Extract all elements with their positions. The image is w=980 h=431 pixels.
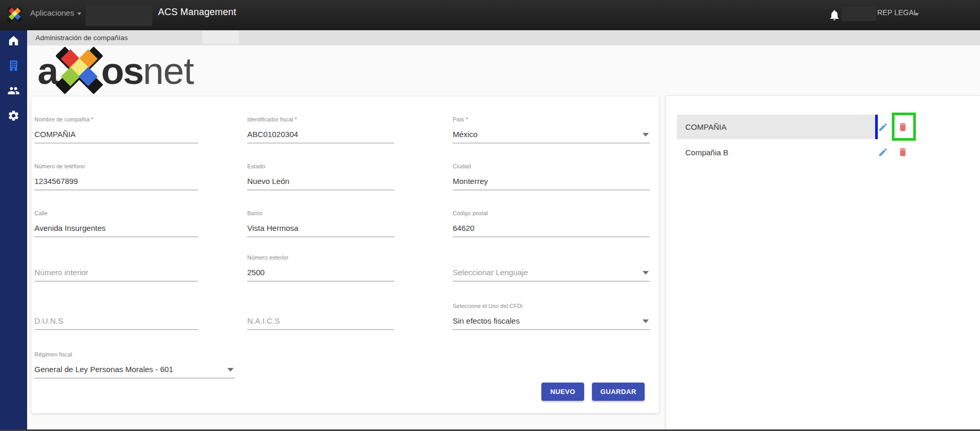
country-value: México xyxy=(453,130,478,139)
postal-code-label: Código postal xyxy=(453,210,488,216)
language-placeholder: Seleccionar Lenguaje xyxy=(453,268,528,277)
company-form-card: Nombre de compañía * COMPAÑIA Identifica… xyxy=(31,96,659,413)
company-name-text: COMPAÑIA xyxy=(685,115,727,139)
exterior-number-label: Número exterior xyxy=(247,254,288,261)
user-menu-label[interactable]: REP LEGAL xyxy=(877,8,918,17)
logo-text-a: a xyxy=(38,48,57,94)
duns-placeholder: D.U.N.S xyxy=(34,316,63,325)
people-icon[interactable] xyxy=(7,84,20,97)
neighborhood-label: Barrio xyxy=(247,210,262,216)
cfdi-use-select[interactable]: Seleccione el Uso del CFDi Sin efectos f… xyxy=(453,303,650,330)
applications-menu[interactable]: Aplicaciones xyxy=(30,8,81,17)
country-label: País * xyxy=(453,116,468,122)
interior-number-field[interactable]: Número interior xyxy=(34,254,198,281)
left-nav-sidebar xyxy=(0,30,27,431)
company-list-item[interactable]: Compañia B xyxy=(677,140,875,165)
duns-field[interactable]: D.U.N.S xyxy=(34,303,198,330)
breadcrumb: Administración de compañías xyxy=(35,34,128,42)
gear-icon[interactable] xyxy=(7,109,20,122)
exterior-number-value: 2500 xyxy=(247,268,264,277)
company-name-field[interactable]: Nombre de compañía * COMPAÑIA xyxy=(34,116,198,143)
state-label: Estado xyxy=(247,163,265,169)
postal-code-value: 64620 xyxy=(453,224,475,232)
active-app-placeholder[interactable] xyxy=(86,4,152,26)
delete-trash-icon[interactable] xyxy=(898,147,908,157)
tax-id-value: ABC01020304 xyxy=(247,130,298,139)
edit-pencil-icon[interactable] xyxy=(878,147,888,157)
company-name-label: Nombre de compañía * xyxy=(34,116,93,122)
page-title: ACS Management xyxy=(158,7,236,18)
tax-id-label: Identificador fiscal * xyxy=(247,116,297,122)
neighborhood-value: Vista Hermosa xyxy=(247,224,298,232)
breadcrumb-bar: Administración de compañías xyxy=(27,30,980,45)
tax-regime-label: Régimen fiscal xyxy=(34,351,72,358)
tax-regime-select[interactable]: Régimen fiscal General de Ley Personas M… xyxy=(34,351,235,378)
cfdi-use-label: Seleccione el Uso del CFDi xyxy=(453,303,523,309)
logo-text-net: net xyxy=(143,48,193,94)
exterior-number-field[interactable]: Número exterior 2500 xyxy=(247,254,394,281)
street-value: Avenida Insurgentes xyxy=(34,224,106,232)
neighborhood-field[interactable]: Barrio Vista Hermosa xyxy=(247,210,394,237)
state-value: Nuevo León xyxy=(247,177,289,186)
save-button[interactable]: GUARDAR xyxy=(592,383,645,401)
chevron-down-icon xyxy=(643,319,649,323)
user-avatar-placeholder[interactable] xyxy=(842,7,876,21)
street-field[interactable]: Calle Avenida Insurgentes xyxy=(34,210,198,237)
applications-menu-label: Aplicaciones xyxy=(30,8,74,17)
chevron-down-icon[interactable] xyxy=(915,13,919,16)
edit-pencil-icon[interactable] xyxy=(878,122,888,132)
company-list-item[interactable]: COMPAÑIA xyxy=(677,115,875,139)
postal-code-field[interactable]: Código postal 64620 xyxy=(453,210,650,237)
breadcrumb-placeholder xyxy=(202,31,239,44)
top-app-bar: Aplicaciones ACS Management REP LEGAL xyxy=(0,0,980,30)
cfdi-use-value: Sin efectos fiscales xyxy=(453,316,519,325)
highlight-box xyxy=(892,113,916,141)
new-button[interactable]: NUEVO xyxy=(541,383,584,401)
tax-id-field[interactable]: Identificador fiscal * ABC01020304 xyxy=(247,116,394,143)
building-icon[interactable] xyxy=(7,59,20,72)
company-name-text: Compañia B xyxy=(685,140,729,165)
naics-field[interactable]: N.A.I.C.S xyxy=(247,303,394,330)
chevron-down-icon xyxy=(77,13,81,15)
city-label: Ciudad xyxy=(453,163,471,169)
phone-value: 1234567899 xyxy=(34,177,78,186)
company-list-panel: COMPAÑIA Compañia B xyxy=(666,95,980,429)
axosnet-logo: a os net xyxy=(38,47,193,94)
home-icon[interactable] xyxy=(7,34,20,47)
state-field[interactable]: Estado Nuevo León xyxy=(247,163,394,190)
chevron-down-icon xyxy=(643,133,649,137)
city-value: Monterrey xyxy=(453,177,488,186)
tax-regime-value: General de Ley Personas Morales - 601 xyxy=(34,365,173,374)
main-content: a os net Nombre de compañía * COMPAÑIA I… xyxy=(27,45,980,431)
company-name-value: COMPAÑIA xyxy=(34,130,76,139)
country-select[interactable]: País * México xyxy=(453,116,650,143)
chevron-down-icon xyxy=(643,271,649,275)
axosnet-pinwheel-icon xyxy=(55,46,103,92)
city-field[interactable]: Ciudad Monterrey xyxy=(453,163,650,190)
axosnet-logo-icon xyxy=(7,7,22,22)
logo-text-os: os xyxy=(101,48,143,94)
phone-field[interactable]: Número de teléfono 1234567899 xyxy=(34,163,198,190)
chevron-down-icon xyxy=(227,368,234,372)
notifications-bell-icon[interactable] xyxy=(828,9,841,21)
language-select[interactable]: Seleccionar Lenguaje xyxy=(453,254,650,281)
naics-placeholder: N.A.I.C.S xyxy=(247,316,280,325)
street-label: Calle xyxy=(34,210,47,216)
interior-number-placeholder: Número interior xyxy=(34,268,88,277)
phone-label: Número de teléfono xyxy=(34,163,85,169)
